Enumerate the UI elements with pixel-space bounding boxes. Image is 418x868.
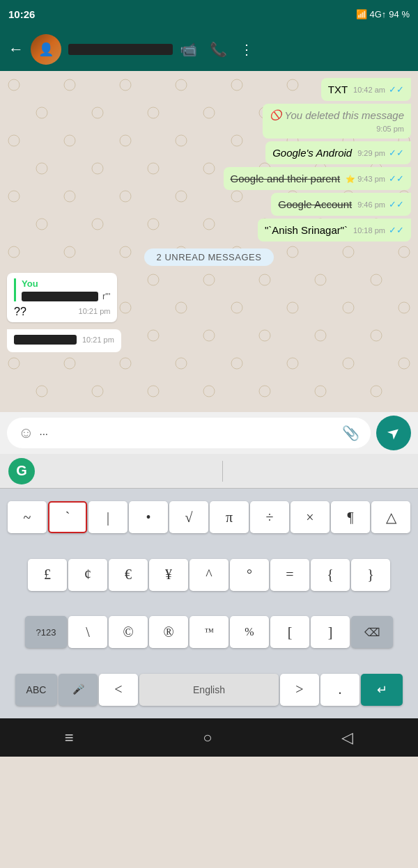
key-sqrt[interactable]: √: [169, 501, 208, 533]
key-trademark[interactable]: ™: [189, 616, 229, 648]
nav-menu-icon[interactable]: ≡: [65, 729, 74, 747]
message-row: TXT 10:42 am ✓✓: [7, 78, 411, 101]
key-caret[interactable]: ^: [189, 559, 229, 591]
key-123[interactable]: ?123: [25, 616, 67, 648]
message-time: 10:21 pm: [82, 335, 114, 345]
chat-bubble: 10:21 pm: [7, 329, 121, 352]
message-text: TXT: [328, 84, 348, 95]
key-backtick[interactable]: `: [48, 501, 87, 533]
message-time: ⭐ 9:43 pm ✓✓: [346, 173, 404, 185]
read-ticks: ✓✓: [389, 225, 404, 235]
message-row: Google Account 9:46 pm ✓✓: [7, 193, 411, 216]
keyboard-row-4: ABC 🎤 < English > . ↵: [0, 661, 418, 719]
avatar-image: 👤: [31, 34, 61, 65]
chat-bubble: TXT 10:42 am ✓✓: [321, 78, 411, 101]
key-mic[interactable]: 🎤: [59, 674, 98, 706]
chat-bubble: Google Account 9:46 pm ✓✓: [271, 193, 411, 216]
key-backslash[interactable]: \: [68, 616, 107, 648]
key-pi[interactable]: π: [210, 501, 249, 533]
avatar[interactable]: 👤: [31, 34, 61, 65]
message-text: Google's Android: [272, 147, 352, 159]
key-rbrace[interactable]: }: [351, 559, 390, 591]
keyboard-top-bar: G: [0, 454, 418, 489]
key-rbracket[interactable]: ]: [311, 616, 350, 648]
contact-name[interactable]: [68, 44, 173, 55]
key-triangle[interactable]: △: [371, 501, 410, 533]
nav-home-icon[interactable]: ○: [203, 729, 212, 747]
status-icons: 📶 4G↑ 94 %: [356, 9, 410, 19]
bottom-nav: ≡ ○ ◁: [0, 718, 418, 757]
grammarly-icon[interactable]: G: [8, 458, 35, 484]
signal-icon: 📶: [356, 9, 367, 19]
send-button[interactable]: ➤: [376, 416, 411, 450]
key-lbrace[interactable]: {: [311, 559, 350, 591]
key-cent[interactable]: ¢: [68, 559, 107, 591]
key-percent[interactable]: %: [230, 616, 269, 648]
network-type: 4G↑: [370, 9, 387, 19]
attach-icon[interactable]: 📎: [342, 425, 359, 441]
reply-sender: You: [22, 278, 110, 289]
input-text-display[interactable]: ···: [39, 427, 336, 439]
message-text: Google Account: [278, 198, 352, 210]
key-abc[interactable]: ABC: [15, 674, 57, 706]
battery: 94 %: [389, 9, 410, 19]
message-row: 🚫 You deleted this message 9:05 pm: [7, 104, 411, 139]
message-input-field[interactable]: ☺ ··· 📎: [7, 418, 371, 448]
read-ticks: ✓✓: [389, 173, 404, 184]
key-period[interactable]: .: [320, 674, 359, 706]
message-text: Google and their parent: [231, 173, 341, 184]
message-time: 9:29 pm ✓✓: [357, 147, 404, 159]
key-copyright[interactable]: ©: [109, 616, 148, 648]
backspace-key[interactable]: ⌫: [351, 616, 393, 648]
key-equals[interactable]: =: [270, 559, 309, 591]
message-row: You r"' ?? 10:21 pm: [7, 273, 411, 326]
message-time: 10:21 pm: [79, 307, 111, 315]
key-registered[interactable]: ®: [149, 616, 188, 648]
quoted-suffix: r"': [102, 291, 110, 301]
key-pound[interactable]: £: [28, 559, 67, 591]
message-time: 10:18 pm ✓✓: [353, 224, 404, 237]
chat-bubble: "`Anish Srinagar"` 10:18 pm ✓✓: [258, 219, 411, 242]
read-ticks: ✓✓: [389, 148, 404, 158]
message-time: 9:46 pm ✓✓: [357, 198, 404, 211]
chat-bubble: 🚫 You deleted this message 9:05 pm: [263, 104, 411, 139]
message-row: 10:21 pm: [7, 329, 411, 352]
video-call-icon[interactable]: 📹: [180, 41, 197, 58]
spacebar-key[interactable]: English: [139, 674, 279, 706]
nav-back-icon[interactable]: ◁: [341, 729, 353, 747]
key-euro[interactable]: €: [109, 559, 148, 591]
key-lbracket[interactable]: [: [270, 616, 309, 648]
key-multiply[interactable]: ×: [291, 501, 330, 533]
status-bar: 10:26 📶 4G↑ 94 %: [0, 0, 418, 28]
top-bar: ← 👤 📹 📞 ⋮: [0, 28, 418, 71]
chat-bubble: Google's Android 9:29 pm ✓✓: [265, 141, 411, 164]
keyboard-row-3: ?123 \ © ® ™ % [ ] ⌫: [0, 603, 418, 661]
emoji-button[interactable]: ☺: [18, 424, 33, 442]
message-row: Google and their parent ⭐ 9:43 pm ✓✓: [7, 167, 411, 190]
key-enter[interactable]: ↵: [361, 674, 403, 706]
key-pipe[interactable]: |: [88, 501, 127, 533]
divider-line: [222, 461, 223, 482]
deleted-icon: 🚫: [270, 109, 281, 123]
message-body: ?? 10:21 pm: [14, 306, 110, 318]
call-icon[interactable]: 📞: [210, 41, 227, 58]
key-yen[interactable]: ¥: [149, 559, 188, 591]
input-bar: ☺ ··· 📎 ➤: [0, 412, 418, 454]
message-row: Google's Android 9:29 pm ✓✓: [7, 141, 411, 164]
more-options-icon[interactable]: ⋮: [240, 41, 254, 58]
message-row: "`Anish Srinagar"` 10:18 pm ✓✓: [7, 219, 411, 242]
key-bullet[interactable]: •: [129, 501, 168, 533]
key-tilde[interactable]: ~: [8, 501, 47, 533]
key-greater-than[interactable]: >: [280, 674, 319, 706]
key-pilcrow[interactable]: ¶: [331, 501, 370, 533]
back-button[interactable]: ←: [8, 40, 24, 58]
top-icons: 📹 📞 ⋮: [180, 41, 254, 58]
message-time: 10:42 am ✓✓: [353, 84, 404, 96]
key-less-than[interactable]: <: [99, 674, 138, 706]
key-degree[interactable]: °: [230, 559, 269, 591]
chat-area: TXT 10:42 am ✓✓ 🚫 You deleted this messa…: [0, 71, 418, 412]
key-divide[interactable]: ÷: [250, 501, 289, 533]
read-ticks: ✓✓: [389, 84, 404, 95]
read-ticks: ✓✓: [389, 199, 404, 210]
unread-separator: 2 UNREAD MESSAGES: [7, 248, 411, 266]
